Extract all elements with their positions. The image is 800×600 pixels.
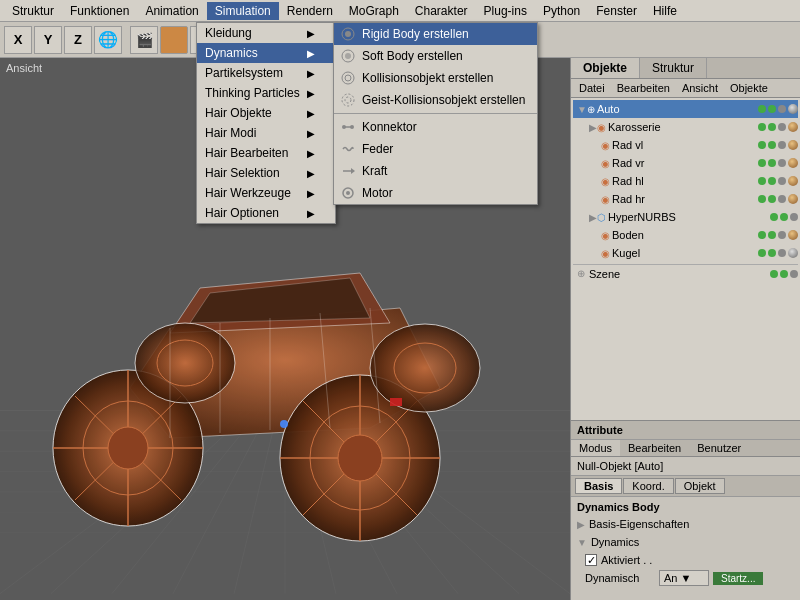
kleidung-arrow: ▶ — [307, 28, 315, 39]
attribute-panel: Attribute Modus Bearbeiten Benutzer Null… — [571, 420, 800, 600]
dot-ku2 — [768, 249, 776, 257]
sim-hair-werkzeuge[interactable]: Hair Werkzeuge ▶ — [197, 183, 335, 203]
dot-ku1 — [758, 249, 766, 257]
dot-hn2 — [780, 213, 788, 221]
dyn-geist[interactable]: Geist-Kollisionsobjekt erstellen — [334, 89, 537, 111]
tree-item-auto[interactable]: ▼ ⊕ Auto — [573, 100, 798, 118]
dot-hn1 — [770, 213, 778, 221]
svg-point-39 — [370, 324, 480, 412]
dyn-kraft[interactable]: Kraft — [334, 160, 537, 182]
tool-z[interactable]: Z — [64, 26, 92, 54]
basis-eigenschaften-label: Basis-Eigenschaften — [589, 518, 689, 530]
sim-hair-optionen[interactable]: Hair Optionen ▶ — [197, 203, 335, 223]
simulation-menu[interactable]: Kleidung ▶ Dynamics ▶ Partikelsystem ▶ T… — [196, 22, 336, 224]
dot-b3 — [778, 231, 786, 239]
tree-item-karosserie[interactable]: ▶ ◉ Karosserie — [573, 118, 798, 136]
tree-item-szene[interactable]: ⊕ Szene — [573, 264, 798, 282]
attr-nav-koord[interactable]: Koord. — [623, 478, 673, 494]
tool-film[interactable]: 🎬 — [130, 26, 158, 54]
tab-objekte[interactable]: Objekte — [571, 58, 640, 78]
tree-item-hypernurbs[interactable]: ▶ ⬡ HyperNURBS — [573, 208, 798, 226]
dot-vl3 — [778, 141, 786, 149]
tool-world[interactable]: 🌐 — [94, 26, 122, 54]
dyn-soft-body[interactable]: Soft Body erstellen — [334, 45, 537, 67]
hair-objekte-arrow: ▶ — [307, 108, 315, 119]
dynamics-row: ▼ Dynamics — [577, 533, 794, 551]
svg-rect-46 — [390, 398, 402, 406]
menu-plugins[interactable]: Plug-ins — [476, 2, 535, 20]
menu-animation[interactable]: Animation — [137, 2, 206, 20]
dyn-konnektor[interactable]: Konnektor — [334, 116, 537, 138]
dot-vr3 — [778, 159, 786, 167]
dynamics-submenu[interactable]: Rigid Body erstellen Soft Body erstellen… — [333, 22, 538, 205]
attr-tab-modus[interactable]: Modus — [571, 440, 620, 456]
sim-hair-selektion[interactable]: Hair Selektion ▶ — [197, 163, 335, 183]
dyn-feder[interactable]: Feder — [334, 138, 537, 160]
dot-green-auto — [758, 105, 766, 113]
sphere-icon-radvl — [788, 140, 798, 150]
attr-nav-objekt[interactable]: Objekt — [675, 478, 725, 494]
tree-item-radhl[interactable]: ◉ Rad hl — [573, 172, 798, 190]
right-panel: Objekte Struktur Datei Bearbeiten Ansich… — [570, 58, 800, 600]
dynamics-label: Dynamics — [591, 536, 639, 548]
menu-fenster[interactable]: Fenster — [588, 2, 645, 20]
attr-tab-bearbeiten[interactable]: Bearbeiten — [620, 440, 689, 456]
obj-menu-datei[interactable]: Datei — [573, 80, 611, 96]
aktiviert-checkbox[interactable]: ✓ — [585, 554, 597, 566]
dot-vl2 — [768, 141, 776, 149]
dot-hn3 — [790, 213, 798, 221]
tool-x[interactable]: X — [4, 26, 32, 54]
menu-struktur[interactable]: Struktur — [4, 2, 62, 20]
sim-dynamics[interactable]: Dynamics ▶ — [197, 43, 335, 63]
tree-item-kugel[interactable]: ◉ Kugel — [573, 244, 798, 262]
basis-eigenschaften-row: ▶ Basis-Eigenschaften — [577, 515, 794, 533]
svg-point-29 — [108, 427, 148, 469]
dynamics-body-title: Dynamics Body — [577, 501, 794, 513]
svg-point-55 — [345, 97, 351, 103]
svg-marker-60 — [351, 168, 355, 174]
obj-menu-objekte[interactable]: Objekte — [724, 80, 774, 96]
svg-point-53 — [345, 75, 351, 81]
menu-charakter[interactable]: Charakter — [407, 2, 476, 20]
sim-kleidung[interactable]: Kleidung ▶ — [197, 23, 335, 43]
tool-y[interactable]: Y — [34, 26, 62, 54]
object-tree: ▼ ⊕ Auto ▶ ◉ Karosserie — [571, 98, 800, 420]
dot-hr2 — [768, 195, 776, 203]
tree-item-radvl[interactable]: ◉ Rad vl — [573, 136, 798, 154]
tab-struktur[interactable]: Struktur — [640, 58, 707, 78]
menu-hilfe[interactable]: Hilfe — [645, 2, 685, 20]
rigid-body-icon — [340, 26, 356, 42]
tree-item-radhr[interactable]: ◉ Rad hr — [573, 190, 798, 208]
dyn-kollision[interactable]: Kollisionsobjekt erstellen — [334, 67, 537, 89]
attr-nav-basis[interactable]: Basis — [575, 478, 622, 494]
obj-menu-bearbeiten[interactable]: Bearbeiten — [611, 80, 676, 96]
menu-python[interactable]: Python — [535, 2, 588, 20]
sim-hair-bearbeiten[interactable]: Hair Bearbeiten ▶ — [197, 143, 335, 163]
sim-hair-objekte[interactable]: Hair Objekte ▶ — [197, 103, 335, 123]
obj-menu-ansicht[interactable]: Ansicht — [676, 80, 724, 96]
tree-item-radvr[interactable]: ◉ Rad vr — [573, 154, 798, 172]
dynamics-arrow: ▶ — [307, 48, 315, 59]
sim-partikelsystem[interactable]: Partikelsystem ▶ — [197, 63, 335, 83]
sim-thinking-particles[interactable]: Thinking Particles ▶ — [197, 83, 335, 103]
tree-item-boden[interactable]: ◉ Boden — [573, 226, 798, 244]
dot-s1 — [770, 270, 778, 278]
dynamisch-dropdown[interactable]: An ▼ — [659, 570, 709, 586]
dot-vl1 — [758, 141, 766, 149]
attr-tab-benutzer[interactable]: Benutzer — [689, 440, 749, 456]
menu-simulation[interactable]: Simulation — [207, 2, 279, 20]
sim-hair-modi[interactable]: Hair Modi ▶ — [197, 123, 335, 143]
start-button[interactable]: Startz... — [713, 572, 763, 585]
menu-rendern[interactable]: Rendern — [279, 2, 341, 20]
menu-mograph[interactable]: MoGraph — [341, 2, 407, 20]
dot-hl1 — [758, 177, 766, 185]
svg-point-58 — [350, 125, 354, 129]
partikelsystem-arrow: ▶ — [307, 68, 315, 79]
dot-k1 — [758, 123, 766, 131]
menu-funktionen[interactable]: Funktionen — [62, 2, 137, 20]
dyn-motor[interactable]: Motor — [334, 182, 537, 204]
hair-selektion-arrow: ▶ — [307, 168, 315, 179]
tool-1[interactable] — [160, 26, 188, 54]
svg-point-57 — [342, 125, 346, 129]
dyn-rigid-body[interactable]: Rigid Body erstellen — [334, 23, 537, 45]
